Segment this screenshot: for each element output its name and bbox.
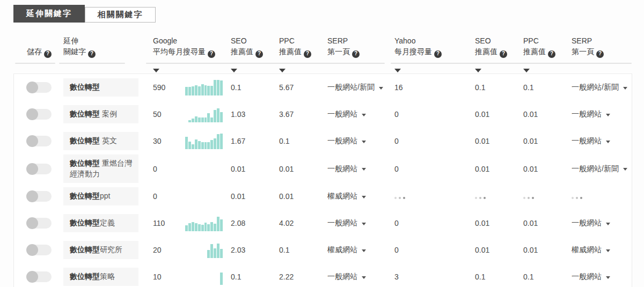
header-underlines (13, 63, 632, 64)
table-row: 數位轉型 英文 30 1.67 0.1 一般網站 0 0.01 0.01 (14, 128, 632, 154)
sort-icon[interactable] (153, 69, 159, 72)
sort-icon[interactable] (231, 69, 237, 72)
tab-related-keywords[interactable]: 相關關鍵字 (85, 7, 156, 23)
yahoo-seo-cell: 0.01 (475, 110, 523, 119)
serp-type-dropdown[interactable]: 一般網站 (572, 272, 610, 282)
trend-sparkline (185, 242, 223, 258)
sort-icon[interactable] (475, 69, 481, 72)
column-header-google-seo: SEO 推薦值? (231, 35, 279, 58)
google-volume-cell: 110 (153, 215, 231, 231)
loading-dot-icon (580, 197, 582, 199)
sort-icon[interactable] (394, 69, 401, 72)
google-volume-value: 20 (153, 246, 162, 254)
save-toggle[interactable] (27, 164, 52, 174)
chevron-down-icon (362, 249, 366, 252)
google-serp-cell: 權威網站 (327, 245, 394, 255)
save-cell (27, 82, 63, 93)
loading-dot-icon (403, 197, 405, 199)
yahoo-ppc-cell (523, 192, 572, 201)
column-header-yahoo-serp: SERP 第一頁? (572, 35, 632, 58)
yahoo-seo-cell: 0.1 (475, 273, 523, 281)
column-header-google-volume: Google 平均每月搜尋量? (153, 35, 231, 58)
table-header: 儲存? 延伸 關鍵字? Google 平均每月搜尋量? SEO 推薦值? PPC… (13, 35, 632, 76)
sort-icon[interactable] (523, 69, 530, 72)
keyword-cell: 數位轉型策略 (63, 268, 153, 286)
toggle-knob (26, 190, 38, 202)
keyword-base: 數位轉型 (70, 136, 100, 145)
serp-type-dropdown[interactable]: 權威網站 (572, 245, 610, 255)
toggle-knob (26, 217, 38, 229)
google-serp-cell: 一般網站 (327, 109, 394, 119)
help-icon[interactable]: ? (88, 50, 96, 58)
serp-type-dropdown[interactable]: 一般網站/新聞 (327, 83, 383, 92)
keyword-base: 數位轉型 (70, 218, 100, 227)
save-cell (27, 245, 63, 255)
help-icon[interactable]: ? (434, 50, 442, 58)
serp-type-dropdown[interactable]: 一般網站 (327, 136, 366, 146)
help-icon[interactable]: ? (500, 50, 507, 58)
yahoo-serp-cell: 一般網站/新聞 (572, 164, 632, 174)
yahoo-ppc-cell: 0.1 (523, 273, 572, 281)
sort-icon[interactable] (279, 69, 286, 72)
serp-type-dropdown[interactable]: 一般網站/新聞 (572, 83, 627, 92)
keyword-chip: 數位轉型策略 (63, 268, 138, 286)
serp-type-dropdown[interactable]: 一般網站 (327, 218, 366, 228)
help-icon[interactable]: ? (596, 50, 604, 58)
google-serp-cell: 一般網站 (327, 136, 394, 146)
serp-type-dropdown[interactable] (572, 192, 584, 201)
save-toggle[interactable] (27, 82, 52, 93)
save-toggle[interactable] (27, 218, 52, 229)
serp-type-dropdown[interactable]: 一般網站 (327, 164, 366, 174)
underline-yahoo-group (391, 63, 632, 64)
serp-type-dropdown[interactable]: 一般網站 (572, 136, 610, 146)
yahoo-serp-cell (572, 192, 632, 201)
save-toggle[interactable] (27, 109, 52, 120)
yahoo-volume-cell (394, 192, 475, 201)
google-volume-value: 50 (153, 110, 162, 119)
chevron-down-icon (606, 114, 610, 116)
google-ppc-cell: 0.1 (279, 137, 327, 145)
keyword-cell: 數位轉型研究所 (63, 241, 153, 259)
save-toggle[interactable] (27, 271, 52, 282)
save-toggle[interactable] (27, 191, 52, 202)
google-seo-cell: 2.08 (231, 219, 279, 227)
underline-save (15, 63, 55, 64)
yahoo-seo-cell: 0.01 (475, 219, 523, 227)
serp-type-dropdown[interactable]: 一般網站 (327, 109, 366, 119)
help-icon[interactable]: ? (255, 50, 263, 58)
help-icon[interactable]: ? (352, 50, 360, 58)
yahoo-serp-cell: 一般網站 (572, 218, 632, 228)
chevron-down-icon (362, 168, 366, 171)
keyword-cell: 數位轉型定義 (63, 214, 153, 232)
save-toggle[interactable] (27, 245, 52, 255)
help-icon[interactable]: ? (44, 50, 52, 58)
toggle-knob (26, 244, 38, 256)
keyword-suffix: 策略 (100, 272, 115, 281)
help-icon[interactable]: ? (548, 50, 555, 58)
table-row: 數位轉型策略 10 0.1 2.22 一般網站 3 0.1 0.1 (14, 263, 632, 287)
keyword-cell: 數位轉型 英文 (63, 132, 153, 150)
serp-type-dropdown[interactable]: 一般網站/新聞 (572, 164, 627, 174)
save-toggle[interactable] (27, 136, 52, 146)
help-icon[interactable]: ? (304, 50, 311, 58)
google-seo-cell: 0.01 (231, 165, 279, 173)
serp-type-dropdown[interactable]: 一般網站 (572, 218, 610, 228)
google-volume-value: 30 (153, 137, 162, 145)
table-row: 數位轉型 590 0.1 5.67 一般網站/新聞 16 0.1 0.1 (14, 74, 632, 101)
loading-dot-icon (528, 197, 530, 199)
tab-extended-keywords[interactable]: 延伸關鍵字 (13, 5, 85, 23)
yahoo-ppc-cell: 0.1 (523, 83, 572, 92)
serp-type-dropdown[interactable]: 一般網站 (327, 272, 366, 282)
column-header-yahoo-ppc: PPC 推薦值? (523, 35, 572, 58)
column-header-yahoo-seo: SEO 推薦值? (475, 35, 523, 58)
loading-dot-icon (394, 197, 397, 199)
serp-type-dropdown[interactable]: 一般網站 (572, 109, 610, 119)
serp-type-dropdown[interactable]: 權威網站 (327, 245, 366, 255)
serp-type-dropdown[interactable]: 權威網站 (327, 192, 366, 201)
trend-sparkline (185, 269, 223, 285)
yahoo-volume-cell: 0 (394, 110, 475, 119)
help-icon[interactable]: ? (208, 50, 215, 58)
yahoo-volume-cell: 16 (394, 83, 475, 92)
google-seo-cell: 1.03 (231, 110, 279, 119)
save-cell (27, 191, 63, 202)
